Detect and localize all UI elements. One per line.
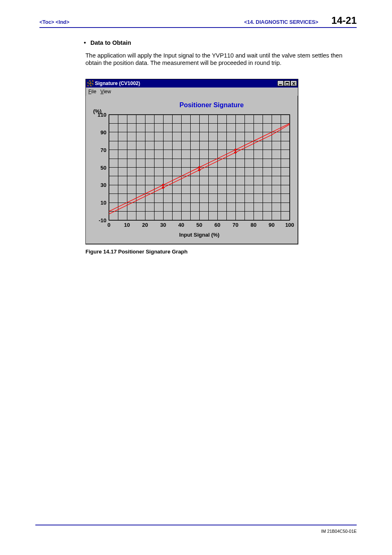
close-button[interactable] <box>291 81 297 86</box>
maximize-icon <box>285 82 289 85</box>
data-marker <box>162 187 164 189</box>
x-tick-label: 100 <box>285 222 294 228</box>
page-header: <Toc> <Ind> <14. DIAGNOSTIC SERVICES> 14… <box>39 15 357 28</box>
x-tick-label: 60 <box>214 222 220 228</box>
body-paragraph: The application will apply the Input sig… <box>85 52 353 67</box>
data-marker <box>198 166 201 169</box>
y-tick-label: 10 <box>101 200 106 206</box>
x-tick-label: 70 <box>233 222 238 228</box>
page-footer: IM 21B04C50-01E <box>35 525 357 534</box>
header-section[interactable]: <14. DIAGNOSTIC SERVICES> <box>244 19 318 25</box>
y-tick-label: -10 <box>99 217 106 223</box>
data-marker <box>198 169 201 171</box>
header-left-links[interactable]: <Toc> <Ind> <box>39 19 69 25</box>
x-tick-label: 30 <box>160 222 166 228</box>
y-tick-label: 30 <box>101 182 106 189</box>
y-tick-label: 70 <box>101 147 106 153</box>
data-marker <box>162 184 164 186</box>
data-marker <box>234 149 237 151</box>
titlebar[interactable]: Signature (CV1002) <box>86 79 298 88</box>
bullet-heading: Data to Obtain <box>85 39 353 46</box>
menubar: File View <box>86 88 298 96</box>
x-tick-label: 90 <box>269 222 274 228</box>
x-tick-label: 0 <box>107 222 110 228</box>
signature-window: Signature (CV1002) File View <box>85 79 298 244</box>
minimize-button[interactable] <box>277 81 284 86</box>
x-tick-label: 80 <box>251 222 256 228</box>
header-page-number: 14-21 <box>332 15 357 26</box>
chart-title: Positioner Signature <box>180 101 244 108</box>
svg-rect-2 <box>286 82 289 83</box>
figure-caption: Figure 14.17 Positioner Signature Graph <box>85 249 353 255</box>
x-axis-label: Input Signal (%) <box>179 232 219 238</box>
menu-view[interactable]: View <box>100 89 111 94</box>
data-marker <box>234 151 237 154</box>
y-tick-label: 110 <box>97 112 106 118</box>
menu-file[interactable]: File <box>88 89 96 94</box>
footer-rule <box>35 525 357 525</box>
svg-rect-0 <box>279 84 282 85</box>
minimize-icon <box>279 82 283 85</box>
x-tick-label: 50 <box>196 222 202 228</box>
footer-doc-id: IM 21B04C50-01E <box>35 529 357 534</box>
window-title: Signature (CV1002) <box>95 81 140 86</box>
y-tick-label: 50 <box>101 165 106 171</box>
app-icon <box>88 81 93 86</box>
positioner-signature-chart: Positioner Signature(%)01020304050607080… <box>89 98 295 240</box>
close-icon <box>292 82 296 85</box>
y-tick-label: 90 <box>101 129 106 136</box>
x-tick-label: 40 <box>178 222 184 228</box>
x-tick-label: 20 <box>142 222 148 228</box>
maximize-button[interactable] <box>284 81 291 86</box>
x-tick-label: 10 <box>124 222 130 228</box>
